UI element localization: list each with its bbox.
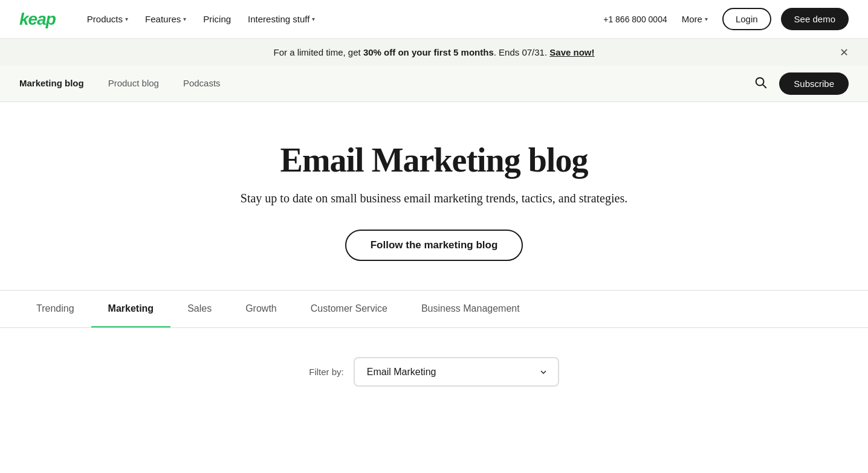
tab-marketing[interactable]: Marketing — [91, 291, 171, 328]
svg-line-1 — [763, 85, 766, 88]
tab-trending[interactable]: Trending — [19, 291, 91, 328]
nav-item-features[interactable]: Features ▾ — [138, 9, 193, 29]
search-icon — [754, 76, 767, 89]
filter-label: Filter by: — [309, 367, 344, 377]
tab-customer-service[interactable]: Customer Service — [294, 291, 404, 328]
nav-item-interesting-stuff[interactable]: Interesting stuff ▾ — [241, 9, 322, 29]
banner-highlight: 30% off on your first 5 months — [363, 47, 494, 57]
tab-business-management[interactable]: Business Management — [404, 291, 537, 328]
login-button[interactable]: Login — [722, 8, 771, 30]
chevron-down-icon: ▾ — [705, 16, 708, 22]
hero-subtitle: Stay up to date on small business email … — [19, 191, 849, 205]
nav-item-pricing[interactable]: Pricing — [196, 9, 238, 29]
banner-text-start: For a limited time, get — [273, 47, 363, 57]
blog-navigation: Marketing blog Product blog Podcasts Sub… — [0, 66, 868, 102]
tab-sales[interactable]: Sales — [170, 291, 228, 328]
filter-section: Filter by: Email Marketing Social Media … — [0, 328, 868, 401]
logo[interactable]: keap — [19, 10, 56, 29]
chevron-down-icon: ▾ — [183, 16, 186, 22]
blog-nav-product[interactable]: Product blog — [96, 66, 171, 102]
blog-nav-right: Subscribe — [751, 72, 849, 95]
banner-cta-link[interactable]: Save now! — [549, 47, 594, 57]
banner-text-end: . Ends 07/31. — [494, 47, 547, 57]
promo-banner: For a limited time, get 30% off on your … — [0, 39, 868, 66]
nav-right: +1 866 800 0004 More ▾ Login See demo — [603, 8, 849, 30]
more-button[interactable]: More ▾ — [677, 9, 713, 29]
top-navigation: keap Products ▾ Features ▾ Pricing Inter… — [0, 0, 868, 39]
demo-button[interactable]: See demo — [781, 8, 849, 30]
phone-number: +1 866 800 0004 — [603, 14, 667, 24]
filter-select[interactable]: Email Marketing Social Media SEO Content… — [354, 357, 559, 387]
nav-item-products[interactable]: Products ▾ — [80, 9, 135, 29]
subscribe-button[interactable]: Subscribe — [779, 72, 849, 95]
banner-close-button[interactable]: ✕ — [840, 47, 849, 58]
search-button[interactable] — [751, 73, 769, 94]
hero-title: Email Marketing blog — [19, 141, 849, 179]
nav-links: Products ▾ Features ▾ Pricing Interestin… — [80, 9, 603, 29]
tab-growth[interactable]: Growth — [228, 291, 294, 328]
blog-nav-links: Marketing blog Product blog Podcasts — [19, 66, 751, 102]
follow-blog-button[interactable]: Follow the marketing blog — [345, 230, 523, 261]
chevron-down-icon: ▾ — [125, 16, 128, 22]
blog-nav-podcasts[interactable]: Podcasts — [171, 66, 233, 102]
category-tabs: Trending Marketing Sales Growth Customer… — [0, 290, 868, 328]
blog-nav-marketing[interactable]: Marketing blog — [19, 66, 96, 102]
hero-section: Email Marketing blog Stay up to date on … — [0, 102, 868, 290]
chevron-down-icon: ▾ — [312, 16, 315, 22]
